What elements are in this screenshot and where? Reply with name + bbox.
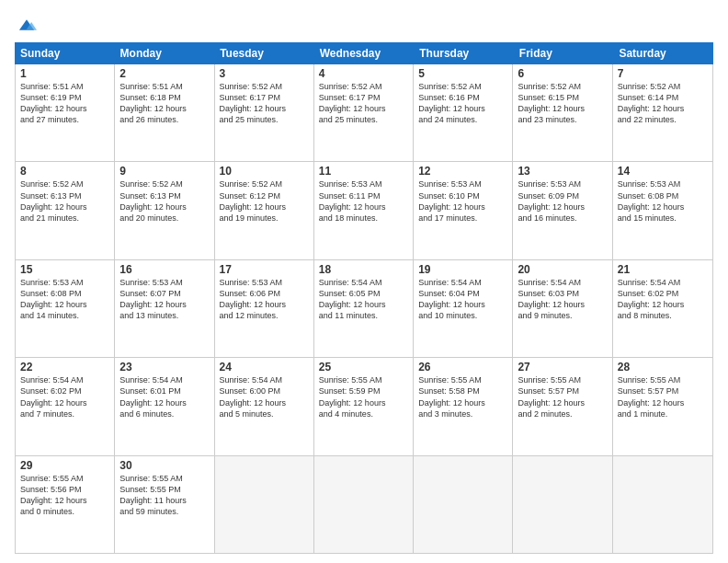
- cal-cell: 13Sunrise: 5:53 AM Sunset: 6:09 PM Dayli…: [513, 162, 612, 259]
- day-number: 29: [20, 459, 109, 472]
- cal-cell: [613, 456, 712, 553]
- cal-cell: 10Sunrise: 5:52 AM Sunset: 6:12 PM Dayli…: [215, 162, 314, 259]
- cell-details: Sunrise: 5:54 AM Sunset: 6:03 PM Dayligh…: [518, 277, 607, 322]
- cal-header-tuesday: Tuesday: [214, 42, 314, 64]
- day-number: 10: [220, 165, 309, 178]
- cal-cell: [513, 456, 612, 553]
- cell-details: Sunrise: 5:55 AM Sunset: 5:55 PM Dayligh…: [119, 473, 209, 518]
- cell-details: Sunrise: 5:51 AM Sunset: 6:19 PM Dayligh…: [20, 81, 109, 126]
- cal-cell: 11Sunrise: 5:53 AM Sunset: 6:11 PM Dayli…: [314, 162, 414, 259]
- cal-cell: [215, 456, 314, 553]
- cal-cell: 8Sunrise: 5:52 AM Sunset: 6:13 PM Daylig…: [16, 162, 115, 259]
- cal-cell: 14Sunrise: 5:53 AM Sunset: 6:08 PM Dayli…: [613, 162, 712, 259]
- cal-header-sunday: Sunday: [15, 42, 115, 64]
- cal-cell: 24Sunrise: 5:54 AM Sunset: 6:00 PM Dayli…: [215, 358, 314, 454]
- day-number: 5: [418, 67, 507, 80]
- day-number: 22: [20, 361, 109, 373]
- day-number: 8: [20, 165, 109, 178]
- cell-details: Sunrise: 5:53 AM Sunset: 6:08 PM Dayligh…: [20, 277, 109, 322]
- cal-cell: 29Sunrise: 5:55 AM Sunset: 5:56 PM Dayli…: [16, 456, 115, 553]
- cell-details: Sunrise: 5:53 AM Sunset: 6:09 PM Dayligh…: [518, 178, 607, 224]
- cell-details: Sunrise: 5:54 AM Sunset: 6:02 PM Dayligh…: [20, 374, 109, 419]
- cell-details: Sunrise: 5:52 AM Sunset: 6:12 PM Dayligh…: [220, 178, 309, 224]
- cell-details: Sunrise: 5:55 AM Sunset: 5:56 PM Dayligh…: [20, 473, 109, 518]
- cal-cell: 19Sunrise: 5:54 AM Sunset: 6:04 PM Dayli…: [414, 260, 513, 357]
- cal-cell: [314, 456, 414, 553]
- cal-header-thursday: Thursday: [414, 42, 514, 64]
- cal-row-3: 15Sunrise: 5:53 AM Sunset: 6:08 PM Dayli…: [16, 260, 712, 358]
- cal-cell: 17Sunrise: 5:53 AM Sunset: 6:06 PM Dayli…: [215, 260, 314, 357]
- calendar-body: 1Sunrise: 5:51 AM Sunset: 6:19 PM Daylig…: [15, 64, 713, 554]
- day-number: 27: [518, 361, 607, 373]
- cal-cell: 4Sunrise: 5:52 AM Sunset: 6:17 PM Daylig…: [314, 64, 414, 161]
- cal-cell: 15Sunrise: 5:53 AM Sunset: 6:08 PM Dayli…: [16, 260, 115, 357]
- day-number: 9: [119, 165, 209, 178]
- cal-cell: 6Sunrise: 5:52 AM Sunset: 6:15 PM Daylig…: [513, 64, 612, 161]
- cell-details: Sunrise: 5:52 AM Sunset: 6:17 PM Dayligh…: [220, 81, 309, 126]
- cal-cell: 26Sunrise: 5:55 AM Sunset: 5:58 PM Dayli…: [414, 358, 513, 454]
- day-number: 13: [518, 165, 607, 178]
- cal-row-2: 8Sunrise: 5:52 AM Sunset: 6:13 PM Daylig…: [16, 162, 712, 259]
- cal-cell: 9Sunrise: 5:52 AM Sunset: 6:13 PM Daylig…: [115, 162, 214, 259]
- cal-header-monday: Monday: [115, 42, 215, 64]
- day-number: 11: [319, 165, 408, 178]
- day-number: 17: [220, 263, 309, 276]
- logo-icon: [17, 15, 37, 35]
- day-number: 7: [618, 67, 708, 80]
- day-number: 24: [220, 361, 309, 373]
- cell-details: Sunrise: 5:51 AM Sunset: 6:18 PM Dayligh…: [119, 81, 209, 126]
- cal-cell: 27Sunrise: 5:55 AM Sunset: 5:57 PM Dayli…: [513, 358, 612, 454]
- cal-cell: 12Sunrise: 5:53 AM Sunset: 6:10 PM Dayli…: [414, 162, 513, 259]
- cal-cell: 21Sunrise: 5:54 AM Sunset: 6:02 PM Dayli…: [613, 260, 712, 357]
- cal-cell: 28Sunrise: 5:55 AM Sunset: 5:57 PM Dayli…: [613, 358, 712, 454]
- header: [15, 15, 713, 35]
- cal-header-wednesday: Wednesday: [314, 42, 415, 64]
- cal-header-friday: Friday: [514, 42, 614, 64]
- cell-details: Sunrise: 5:53 AM Sunset: 6:10 PM Dayligh…: [418, 178, 507, 224]
- page: SundayMondayTuesdayWednesdayThursdayFrid…: [0, 0, 728, 563]
- day-number: 18: [319, 263, 408, 276]
- cell-details: Sunrise: 5:52 AM Sunset: 6:14 PM Dayligh…: [618, 81, 708, 126]
- cal-cell: 25Sunrise: 5:55 AM Sunset: 5:59 PM Dayli…: [314, 358, 414, 454]
- day-number: 6: [518, 67, 607, 80]
- cell-details: Sunrise: 5:53 AM Sunset: 6:07 PM Dayligh…: [119, 277, 209, 322]
- day-number: 28: [618, 361, 708, 373]
- cell-details: Sunrise: 5:54 AM Sunset: 6:00 PM Dayligh…: [220, 374, 309, 419]
- calendar: SundayMondayTuesdayWednesdayThursdayFrid…: [15, 42, 713, 554]
- cell-details: Sunrise: 5:55 AM Sunset: 5:58 PM Dayligh…: [418, 374, 507, 419]
- cell-details: Sunrise: 5:52 AM Sunset: 6:15 PM Dayligh…: [518, 81, 607, 126]
- cal-cell: 30Sunrise: 5:55 AM Sunset: 5:55 PM Dayli…: [115, 456, 214, 553]
- day-number: 15: [20, 263, 109, 276]
- calendar-header-row: SundayMondayTuesdayWednesdayThursdayFrid…: [15, 42, 713, 64]
- cell-details: Sunrise: 5:55 AM Sunset: 5:57 PM Dayligh…: [618, 374, 708, 419]
- day-number: 14: [618, 165, 708, 178]
- day-number: 12: [418, 165, 507, 178]
- cell-details: Sunrise: 5:53 AM Sunset: 6:11 PM Dayligh…: [319, 178, 408, 224]
- cal-cell: 22Sunrise: 5:54 AM Sunset: 6:02 PM Dayli…: [16, 358, 115, 454]
- day-number: 19: [418, 263, 507, 276]
- cell-details: Sunrise: 5:54 AM Sunset: 6:04 PM Dayligh…: [418, 277, 507, 322]
- cell-details: Sunrise: 5:53 AM Sunset: 6:06 PM Dayligh…: [220, 277, 309, 322]
- cal-cell: 5Sunrise: 5:52 AM Sunset: 6:16 PM Daylig…: [414, 64, 513, 161]
- cell-details: Sunrise: 5:52 AM Sunset: 6:13 PM Dayligh…: [119, 178, 209, 224]
- cal-row-1: 1Sunrise: 5:51 AM Sunset: 6:19 PM Daylig…: [16, 64, 712, 162]
- cal-cell: 1Sunrise: 5:51 AM Sunset: 6:19 PM Daylig…: [16, 64, 115, 161]
- day-number: 1: [20, 67, 109, 80]
- cal-cell: 16Sunrise: 5:53 AM Sunset: 6:07 PM Dayli…: [115, 260, 214, 357]
- cal-cell: 3Sunrise: 5:52 AM Sunset: 6:17 PM Daylig…: [215, 64, 314, 161]
- cell-details: Sunrise: 5:55 AM Sunset: 5:59 PM Dayligh…: [319, 374, 408, 419]
- cal-cell: 23Sunrise: 5:54 AM Sunset: 6:01 PM Dayli…: [115, 358, 214, 454]
- cal-row-5: 29Sunrise: 5:55 AM Sunset: 5:56 PM Dayli…: [16, 456, 712, 553]
- cell-details: Sunrise: 5:55 AM Sunset: 5:57 PM Dayligh…: [518, 374, 607, 419]
- cell-details: Sunrise: 5:52 AM Sunset: 6:17 PM Dayligh…: [319, 81, 408, 126]
- cal-cell: 2Sunrise: 5:51 AM Sunset: 6:18 PM Daylig…: [115, 64, 214, 161]
- day-number: 26: [418, 361, 507, 373]
- day-number: 30: [119, 459, 209, 472]
- cal-cell: 18Sunrise: 5:54 AM Sunset: 6:05 PM Dayli…: [314, 260, 414, 357]
- logo: [15, 15, 37, 35]
- cal-cell: [414, 456, 513, 553]
- day-number: 23: [119, 361, 209, 373]
- cell-details: Sunrise: 5:52 AM Sunset: 6:16 PM Dayligh…: [418, 81, 507, 126]
- day-number: 4: [319, 67, 408, 80]
- cell-details: Sunrise: 5:54 AM Sunset: 6:01 PM Dayligh…: [119, 374, 209, 419]
